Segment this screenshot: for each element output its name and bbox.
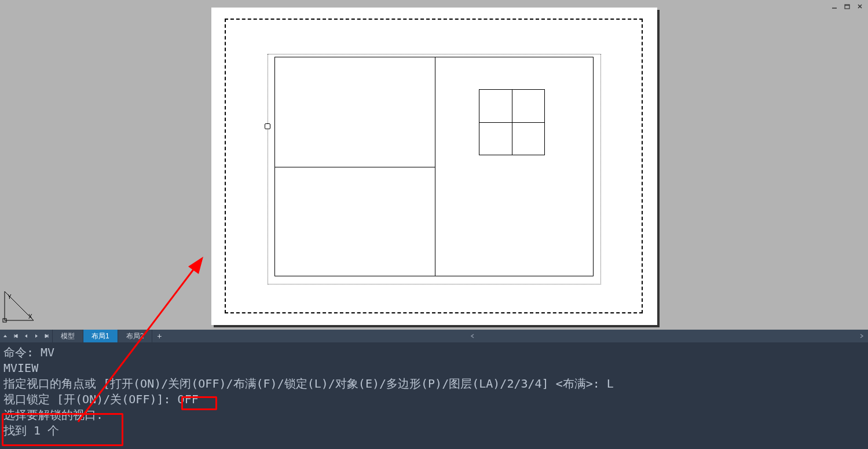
tab-layout2[interactable]: 布局2 (118, 330, 153, 342)
ucs-y-label: Y (8, 294, 12, 300)
tab-model[interactable]: 模型 (53, 330, 83, 342)
tab-nav-first[interactable] (10, 330, 21, 342)
tab-nav-prev[interactable] (21, 330, 31, 342)
viewport-divider-horizontal (274, 167, 435, 167)
command-line-3: 指定视口的角点或 [打开(ON)/关闭(OFF)/布满(F)/锁定(L)/对象(… (3, 376, 865, 392)
drawing-canvas[interactable]: Y X (0, 0, 868, 330)
ucs-x-label: X (28, 313, 32, 320)
maximize-icon[interactable] (843, 2, 852, 10)
command-line-6: 找到 1 个 (3, 423, 865, 439)
minimize-icon[interactable] (830, 2, 839, 10)
command-line-5: 选择要解锁的视口: (3, 407, 865, 423)
tab-nav-up[interactable] (0, 330, 10, 342)
scroll-right-arrow[interactable] (856, 330, 867, 342)
layout-tabs: 模型 布局1 布局2 + (53, 330, 166, 342)
tab-nav-last[interactable] (42, 330, 52, 342)
layout-tab-bar: 模型 布局1 布局2 + (0, 330, 868, 342)
ucs-icon: Y X (2, 289, 36, 323)
tab-layout1[interactable]: 布局1 (83, 330, 118, 342)
command-line-4: 视口锁定 [开(ON)/关(OFF)]: OFF (3, 392, 865, 407)
window-controls (830, 2, 865, 10)
horizontal-scroll-strip[interactable] (166, 330, 868, 342)
tab-nav-next[interactable] (31, 330, 42, 342)
tab-nav-controls (0, 330, 53, 342)
command-line-1: 命令: MV (3, 345, 865, 360)
command-line-panel[interactable]: 命令: MV MVIEW 指定视口的角点或 [打开(ON)/关闭(OFF)/布满… (0, 342, 868, 449)
scroll-left-arrow[interactable] (467, 330, 478, 342)
command-line-2: MVIEW (3, 360, 865, 376)
tab-add-button[interactable]: + (152, 330, 166, 342)
grid-2x2-object (479, 89, 545, 155)
close-icon[interactable] (855, 2, 865, 10)
viewport-midpoint-grip[interactable] (265, 123, 270, 129)
